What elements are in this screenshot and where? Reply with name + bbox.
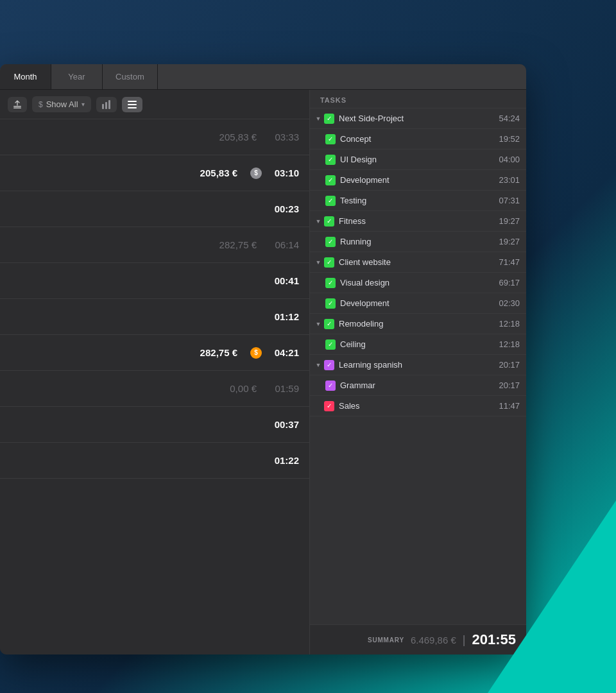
show-all-button[interactable]: $ Show All ▾ <box>32 96 91 112</box>
show-all-label: Show All <box>46 99 78 109</box>
task-time: 07:31 <box>494 196 520 205</box>
list-item: ▼ ✓ Learning spanish 20:17 <box>310 355 526 375</box>
list-item: ✓ UI Design 04:00 <box>310 150 526 170</box>
export-button[interactable] <box>8 97 27 112</box>
tasks-list: ▼ ✓ Next Side-Project 54:24 ✓ Concept 19… <box>310 108 526 624</box>
task-checkbox[interactable]: ✓ <box>324 319 334 329</box>
task-time: 19:27 <box>494 216 520 226</box>
row-time: 03:33 <box>267 132 299 142</box>
task-checkbox[interactable]: ✓ <box>325 237 336 247</box>
row-amount: 0,00 € <box>230 383 257 394</box>
main-area: $ Show All ▾ <box>0 90 526 654</box>
money-badge-gray: $ <box>250 167 262 179</box>
table-row: 282,75 € $ 04:21 <box>0 335 309 371</box>
table-row: 01:12 <box>0 299 309 335</box>
tasks-summary: SUMMARY 6.469,86 € | 201:55 <box>310 624 526 654</box>
row-time: 01:12 <box>267 311 299 322</box>
list-item: ▼ ✓ Client website 71:47 <box>310 252 526 273</box>
list-item: ✓ Concept 19:52 <box>310 129 526 150</box>
task-checkbox[interactable]: ✓ <box>325 175 336 185</box>
row-amount: 282,75 € <box>219 239 257 250</box>
row-time: 03:10 <box>267 167 299 178</box>
bar-chart-view-button[interactable] <box>96 97 117 112</box>
task-name: UI Design <box>340 155 494 164</box>
task-name: Client website <box>339 257 494 267</box>
row-time: 01:22 <box>267 455 299 466</box>
task-name: Ceiling <box>340 339 494 349</box>
task-time: 23:01 <box>494 175 520 185</box>
row-time: 01:59 <box>267 383 299 394</box>
task-checkbox[interactable]: ✓ <box>324 216 334 227</box>
task-time: 02:30 <box>494 298 520 308</box>
tasks-header: TASKS <box>310 90 526 108</box>
svg-rect-1 <box>13 107 21 108</box>
summary-label: SUMMARY <box>368 637 404 644</box>
task-time: 19:27 <box>494 237 520 246</box>
chevron-down-icon: ▾ <box>81 101 85 108</box>
list-item: ✓ Development 23:01 <box>310 170 526 191</box>
svg-rect-4 <box>108 100 110 109</box>
collapse-arrow-icon[interactable]: ▼ <box>314 114 323 123</box>
collapse-arrow-icon[interactable]: ▼ <box>314 258 323 267</box>
svg-rect-5 <box>128 101 137 102</box>
task-checkbox[interactable]: ✓ <box>325 298 336 309</box>
table-row: 0,00 € 01:59 <box>0 371 309 407</box>
task-name: Running <box>340 237 494 246</box>
task-time: 04:00 <box>494 155 520 164</box>
tab-month[interactable]: Month <box>0 64 51 89</box>
right-panel: TASKS ▼ ✓ Next Side-Project 54:24 ✓ Conc… <box>310 90 526 654</box>
collapse-arrow-icon[interactable]: ▼ <box>314 361 323 370</box>
task-checkbox[interactable]: ✓ <box>324 257 334 268</box>
svg-rect-0 <box>13 106 21 107</box>
left-panel: $ Show All ▾ <box>0 90 310 654</box>
task-name: Sales <box>339 401 494 411</box>
task-name: Visual design <box>340 278 494 287</box>
row-amount-bold: 205,83 € <box>200 167 237 178</box>
task-time: 12:18 <box>494 339 520 349</box>
tab-bar: Month Year Custom <box>0 64 526 90</box>
table-row: 205,83 € $ 03:10 <box>0 155 309 191</box>
task-checkbox[interactable]: ✓ <box>325 134 336 144</box>
dollar-icon: $ <box>38 100 43 109</box>
summary-time: 201:55 <box>472 631 516 648</box>
task-time: 69:17 <box>494 278 520 287</box>
task-checkbox[interactable]: ✓ <box>324 401 334 411</box>
app-window: Month Year Custom $ Show All ▾ <box>0 64 526 654</box>
tab-year[interactable]: Year <box>51 64 103 89</box>
collapse-arrow-icon[interactable]: ▼ <box>314 217 323 226</box>
toolbar: $ Show All ▾ <box>0 90 309 119</box>
list-item: ✓ Testing 07:31 <box>310 191 526 211</box>
table-row: 205,83 € 03:33 <box>0 119 309 155</box>
row-amount-bold: 282,75 € <box>200 347 237 358</box>
task-name: Fitness <box>339 216 494 226</box>
task-checkbox[interactable]: ✓ <box>325 339 336 350</box>
task-time: 12:18 <box>494 319 520 329</box>
money-badge-orange: $ <box>250 347 262 359</box>
task-checkbox[interactable]: ✓ <box>325 196 336 206</box>
task-checkbox[interactable]: ✓ <box>325 381 336 391</box>
task-name: Next Side-Project <box>339 114 494 123</box>
table-row: 00:23 <box>0 191 309 227</box>
row-time: 04:21 <box>267 347 299 358</box>
task-checkbox[interactable]: ✓ <box>325 155 336 165</box>
task-time: 11:47 <box>494 401 520 411</box>
task-checkbox[interactable]: ✓ <box>325 278 336 288</box>
rows-list: 205,83 € 03:33 205,83 € $ 03:10 00:23 28… <box>0 119 309 654</box>
table-row: 00:37 <box>0 407 309 443</box>
list-view-button[interactable] <box>122 97 142 112</box>
row-time: 06:14 <box>267 239 299 250</box>
list-item: ✓ Ceiling 12:18 <box>310 334 526 355</box>
row-time: 00:41 <box>267 275 299 286</box>
collapse-arrow-icon[interactable]: ▼ <box>314 320 323 329</box>
list-item: ▼ ✓ Next Side-Project 54:24 <box>310 108 526 129</box>
tab-custom[interactable]: Custom <box>103 64 158 89</box>
list-item: ✓ Running 19:27 <box>310 232 526 252</box>
svg-rect-7 <box>128 107 137 108</box>
task-checkbox[interactable]: ✓ <box>324 114 334 124</box>
task-name: Development <box>340 298 494 308</box>
task-time: 54:24 <box>494 114 520 123</box>
table-row: 282,75 € 06:14 <box>0 227 309 263</box>
task-checkbox[interactable]: ✓ <box>324 360 334 370</box>
task-time: 19:52 <box>494 134 520 144</box>
task-name: Learning spanish <box>339 360 494 370</box>
